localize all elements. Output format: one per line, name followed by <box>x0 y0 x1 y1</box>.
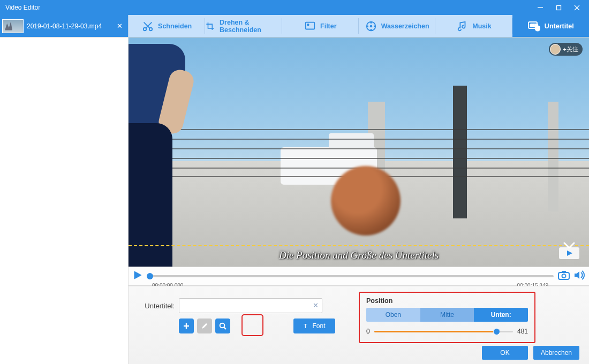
subtitle-overlay-text: Die Position und Größe des Untertitels <box>129 249 589 261</box>
position-segmented: Oben Mitte Unten: <box>366 308 528 322</box>
tool-watermark[interactable]: Wasserzeichen <box>359 15 435 37</box>
file-tab[interactable]: 2019-01-08-11-29-03.mp4 ✕ <box>0 15 129 37</box>
volume-button[interactable] <box>574 270 585 282</box>
follow-pill[interactable]: +关注 <box>549 43 583 56</box>
seek-head[interactable] <box>147 273 153 279</box>
svg-point-13 <box>370 28 372 30</box>
position-top-button[interactable]: Oben <box>366 308 420 322</box>
svg-marker-28 <box>575 271 579 279</box>
add-subtitle-button[interactable] <box>179 318 194 333</box>
tool-cut[interactable]: Schneiden <box>129 15 205 37</box>
transport-bar: 00:00:00.000 00:00:15.849 <box>129 267 589 286</box>
sidebar <box>0 37 129 364</box>
position-middle-button[interactable]: Mitte <box>420 308 474 322</box>
svg-line-32 <box>224 327 226 329</box>
tool-filter[interactable]: Filter <box>282 15 359 37</box>
tool-rotate-crop-label: Drehen & Beschneiden <box>220 19 282 34</box>
video-preview[interactable]: +关注 Die Position und Größe des Untertite… <box>129 37 589 267</box>
edit-subtitle-button[interactable] <box>197 318 212 333</box>
top-row: 2019-01-08-11-29-03.mp4 ✕ Schneiden Dreh… <box>0 15 589 37</box>
subtitle-input[interactable]: ✕ <box>179 298 322 313</box>
search-subtitle-button[interactable] <box>215 318 230 333</box>
seek-bar[interactable]: 00:00:00.000 00:00:15.849 <box>147 271 554 281</box>
svg-rect-8 <box>306 22 315 29</box>
svg-point-15 <box>374 25 375 27</box>
position-panel: Position Oben Mitte Unten: 0 481 <box>359 292 535 343</box>
svg-point-9 <box>307 24 309 25</box>
tool-music-label: Musik <box>472 22 491 30</box>
slider-value-label: 481 <box>517 328 528 335</box>
file-name: 2019-01-08-11-29-03.mp4 <box>27 22 115 30</box>
window-close-button[interactable] <box>568 0 586 15</box>
file-thumbnail <box>2 19 24 33</box>
tool-tabs: Schneiden Drehen & Beschneiden Filter Wa… <box>129 15 589 37</box>
svg-rect-25 <box>558 272 569 279</box>
tool-music[interactable]: Musik <box>435 15 512 37</box>
position-slider[interactable] <box>374 327 513 336</box>
slider-min-label: 0 <box>366 328 370 335</box>
svg-point-26 <box>562 274 566 278</box>
tool-watermark-label: Wasserzeichen <box>381 22 429 30</box>
file-tab-close-icon[interactable]: ✕ <box>115 22 125 30</box>
svg-point-11 <box>369 25 372 27</box>
tv-play-icon[interactable] <box>557 242 582 261</box>
follow-label: +关注 <box>563 46 578 54</box>
svg-text:T: T <box>536 27 539 31</box>
tool-subtitle[interactable]: SUBT Untertitel <box>512 15 589 37</box>
svg-point-31 <box>220 323 224 328</box>
font-button-label: Font <box>312 322 325 330</box>
play-button[interactable] <box>133 270 142 282</box>
svg-text:T: T <box>304 323 307 329</box>
tool-filter-label: Filter <box>320 22 337 30</box>
clear-input-icon[interactable]: ✕ <box>313 301 319 309</box>
tool-cut-label: Schneiden <box>158 22 192 30</box>
svg-line-23 <box>570 243 574 247</box>
window-minimize-button[interactable] <box>531 0 549 15</box>
title-bar: Video Editor <box>0 0 589 15</box>
app-title: Video Editor <box>5 4 40 11</box>
subtitle-panel: Untertitel: ✕ T Font <box>129 286 589 364</box>
svg-rect-1 <box>556 5 561 10</box>
font-button[interactable]: T Font <box>293 318 335 333</box>
avatar <box>550 44 561 55</box>
snapshot-button[interactable] <box>558 270 570 282</box>
slider-knob[interactable] <box>493 328 500 335</box>
dialog-footer: OK Abbrechen <box>482 346 579 360</box>
cancel-button[interactable]: Abbrechen <box>533 346 579 360</box>
svg-rect-27 <box>562 271 566 273</box>
window-maximize-button[interactable] <box>549 0 568 15</box>
tool-subtitle-label: Untertitel <box>545 22 574 30</box>
svg-marker-24 <box>134 271 141 279</box>
tool-rotate-crop[interactable]: Drehen & Beschneiden <box>205 15 282 37</box>
svg-point-12 <box>370 22 372 24</box>
ok-button[interactable]: OK <box>482 346 528 360</box>
svg-point-14 <box>367 25 368 27</box>
subtitle-region-guide <box>129 245 589 246</box>
position-title: Position <box>366 297 528 305</box>
svg-line-22 <box>564 243 569 247</box>
subtitle-field-label: Untertitel: <box>139 302 175 310</box>
position-bottom-button[interactable]: Unten: <box>474 308 528 322</box>
